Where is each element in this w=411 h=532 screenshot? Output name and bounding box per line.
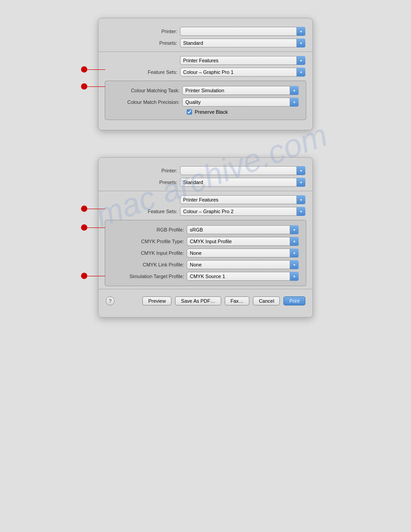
feature-sets-row-2: Feature Sets: Colour – Graphic Pro 2	[98, 206, 313, 217]
rgb-profile-row: RGB Profile: sRGB	[105, 224, 306, 236]
cmyk-input-profile-label: CMYK Input Profile:	[112, 250, 184, 256]
printer-row-2: Printer:	[98, 165, 313, 176]
divider-2	[98, 191, 313, 191]
simulation-target-profile-select[interactable]: CMYK Source 1	[187, 272, 299, 281]
cmyk-link-profile-select-wrapper[interactable]: None	[187, 260, 299, 269]
simulation-target-profile-select-wrapper[interactable]: CMYK Source 1	[187, 272, 299, 281]
colour-match-precision-label: Colour Match Precision:	[112, 99, 180, 105]
feature-sets-row-1: Feature Sets: Colour – Graphic Pro 1	[98, 66, 313, 78]
colour-matching-task-label: Colour Matching Task:	[112, 88, 180, 93]
cmyk-profile-type-select-wrapper[interactable]: CMYK Input Profile	[187, 237, 299, 246]
printer-select-1[interactable]	[180, 27, 305, 36]
printer-features-row-2: Printer Features	[98, 194, 313, 206]
divider-3	[98, 289, 313, 289]
fax-button[interactable]: Fax…	[225, 296, 249, 305]
colour-match-precision-row: Colour Match Precision: Quality	[105, 96, 306, 108]
printer-select-wrapper-1[interactable]	[180, 27, 305, 36]
page-wrapper: mac archive.com Printer:	[0, 0, 411, 532]
dialog2-wrapper: Printer: Presets: Standard	[98, 157, 313, 317]
printer-features-select-1[interactable]: Printer Features	[180, 56, 305, 65]
printer-label-2: Printer:	[106, 168, 177, 173]
red-dot-feature-sets-1	[81, 66, 87, 73]
inner-panel-1: Colour Matching Task: Printer Simulation…	[105, 81, 306, 120]
presets-select-wrapper-1[interactable]: Standard	[180, 39, 305, 47]
preserve-black-label: Preserve Black	[195, 109, 228, 115]
simulation-target-profile-label: Simulation Target Profile:	[112, 274, 184, 279]
feature-sets-select-1[interactable]: Colour – Graphic Pro 1	[180, 68, 305, 77]
annotation-rgb-profile	[81, 224, 117, 231]
presets-row-1: Presets: Standard	[98, 37, 313, 49]
feature-sets-select-wrapper-2[interactable]: Colour – Graphic Pro 2	[180, 207, 305, 216]
save-as-pdf-button[interactable]: Save As PDF…	[175, 296, 221, 305]
printer-select-wrapper-2[interactable]	[180, 166, 305, 175]
annotation-simulation-target	[81, 273, 117, 279]
button-bar: ? Preview Save As PDF… Fax… Cancel Print	[98, 292, 313, 310]
divider-1	[98, 51, 313, 52]
cmyk-profile-type-select[interactable]: CMYK Input Profile	[187, 237, 299, 246]
annotation-feature-sets-2	[81, 206, 117, 212]
dialog1-wrapper: Printer: Presets: Standard	[98, 18, 313, 130]
printer-features-select-wrapper-2[interactable]: Printer Features	[180, 195, 305, 204]
cmyk-link-profile-row: CMYK Link Profile: None	[105, 259, 306, 270]
presets-select-wrapper-2[interactable]: Standard	[180, 178, 305, 187]
dialog2-panel: Printer: Presets: Standard	[98, 157, 313, 317]
printer-select-2[interactable]	[180, 166, 305, 175]
preserve-black-checkbox[interactable]	[187, 109, 192, 115]
preview-button[interactable]: Preview	[142, 296, 171, 305]
feature-sets-select-wrapper-1[interactable]: Colour – Graphic Pro 1	[180, 68, 305, 77]
rgb-profile-select[interactable]: sRGB	[187, 225, 299, 234]
cmyk-input-profile-row: CMYK Input Profile: None	[105, 247, 306, 259]
simulation-target-profile-row: Simulation Target Profile: CMYK Source 1	[105, 270, 306, 282]
red-dot-colour-matching-1	[81, 83, 87, 90]
red-dot-simulation-target	[81, 273, 87, 279]
ann-line-3	[87, 209, 105, 209]
dialog1-panel: Printer: Presets: Standard	[98, 18, 313, 130]
rgb-profile-label: RGB Profile:	[112, 227, 184, 232]
printer-features-row-1: Printer Features	[98, 55, 313, 66]
presets-select-1[interactable]: Standard	[180, 39, 305, 47]
inner-panel-2: RGB Profile: sRGB CMYK Profile Type: CMY…	[105, 220, 306, 286]
cmyk-link-profile-select[interactable]: None	[187, 260, 299, 269]
cmyk-profile-type-row: CMYK Profile Type: CMYK Input Profile	[105, 236, 306, 247]
ann-line-2	[87, 86, 105, 87]
ann-line-1	[87, 69, 105, 70]
colour-match-precision-select[interactable]: Quality	[182, 98, 299, 107]
presets-select-2[interactable]: Standard	[180, 178, 305, 187]
ann-line-5	[87, 276, 105, 276]
feature-sets-select-2[interactable]: Colour – Graphic Pro 2	[180, 207, 305, 216]
red-dot-feature-sets-2	[81, 206, 87, 212]
presets-row-2: Presets: Standard	[98, 176, 313, 188]
printer-label-1: Printer:	[106, 29, 177, 34]
presets-label-1: Presets:	[106, 40, 177, 46]
cmyk-profile-type-label: CMYK Profile Type:	[112, 239, 184, 244]
colour-matching-task-select-wrapper[interactable]: Printer Simulation	[182, 86, 299, 95]
preserve-black-row: Preserve Black	[105, 108, 306, 116]
annotation-colour-matching-1	[81, 83, 117, 90]
presets-label-2: Presets:	[106, 180, 177, 185]
help-button[interactable]: ?	[106, 296, 115, 305]
printer-features-select-2[interactable]: Printer Features	[180, 195, 305, 204]
cmyk-link-profile-label: CMYK Link Profile:	[112, 262, 184, 267]
cmyk-input-profile-select-wrapper[interactable]: None	[187, 249, 299, 257]
colour-match-precision-select-wrapper[interactable]: Quality	[182, 98, 299, 107]
red-dot-rgb-profile	[81, 224, 87, 231]
colour-matching-task-select[interactable]: Printer Simulation	[182, 86, 299, 95]
printer-features-select-wrapper-1[interactable]: Printer Features	[180, 56, 305, 65]
rgb-profile-select-wrapper[interactable]: sRGB	[187, 225, 299, 234]
cancel-button[interactable]: Cancel	[253, 296, 280, 305]
ann-line-4	[87, 227, 105, 228]
print-button[interactable]: Print	[283, 296, 305, 305]
annotation-feature-sets-1	[81, 66, 117, 73]
printer-row-1: Printer:	[98, 26, 313, 37]
cmyk-input-profile-select[interactable]: None	[187, 249, 299, 257]
colour-matching-task-row: Colour Matching Task: Printer Simulation	[105, 85, 306, 96]
